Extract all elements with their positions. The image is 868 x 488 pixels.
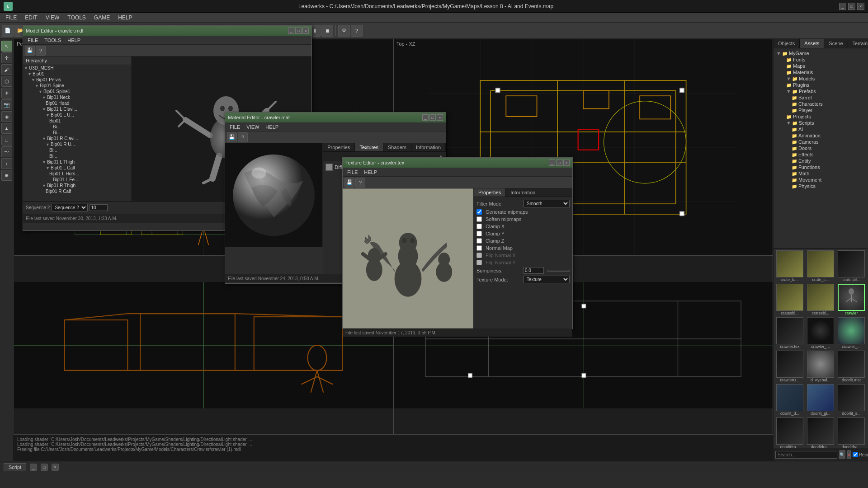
hier-lclavi[interactable]: ▼Bip01 L Clavi...	[41, 106, 131, 112]
mat-save-button[interactable]: 💾	[227, 132, 237, 142]
tool-entity[interactable]: ⬡	[1, 76, 12, 87]
tree-item-fonts[interactable]: 📁 Fonts	[781, 56, 866, 63]
hier-lthigh[interactable]: ▼Bip01 L Thigh	[41, 159, 131, 165]
tex-save-button[interactable]: 💾	[344, 178, 354, 188]
minimize-button[interactable]: _	[839, 3, 846, 10]
hier-lu[interactable]: ▼Bip01 L U...	[45, 112, 131, 118]
texture-editor-titlebar[interactable]: Texture Editor - crawler.tex _ □ ×	[343, 158, 572, 168]
asset-doorits[interactable]: doorlit_s...	[837, 384, 866, 416]
tree-item-scripts[interactable]: ▼ 📁 Scripts	[781, 120, 866, 126]
generate-mipmaps-checkbox[interactable]	[476, 209, 482, 215]
asset-crawler2[interactable]: crawler_...	[806, 317, 835, 349]
asset-crawlerd[interactable]: crawlerD...	[775, 351, 804, 382]
hier-lcalf[interactable]: ▼Bip01 L Calf	[45, 165, 131, 171]
model-menu-tools[interactable]: TOOLS	[42, 37, 64, 43]
help-toolbar-button[interactable]: ?	[351, 25, 363, 37]
clamp-x-checkbox[interactable]	[476, 224, 482, 229]
maximize-button[interactable]: □	[848, 3, 855, 10]
tree-item-materials[interactable]: 📁 Materials	[781, 69, 866, 75]
material-editor-titlebar[interactable]: Material Editor - crawler.mat _ □ ×	[225, 113, 446, 122]
tool-csg[interactable]: □	[1, 135, 12, 145]
menu-tools[interactable]: TOOLS	[64, 14, 89, 22]
asset-dooritd[interactable]: doorlit_d...	[775, 384, 804, 416]
tree-item-maps[interactable]: 📁 Maps	[781, 63, 866, 69]
stop-button[interactable]: ⏹	[321, 25, 333, 37]
asset-cratesbl1[interactable]: cratesbl...	[837, 250, 866, 282]
tool-decal[interactable]: ◈	[1, 111, 12, 122]
hier-rcalf[interactable]: Bip01 R Calf	[45, 188, 131, 194]
script-maximize[interactable]: □	[41, 464, 48, 471]
script-close[interactable]: ×	[52, 464, 59, 471]
asset-crawler[interactable]: crawler	[837, 284, 866, 315]
tree-item-prefabs[interactable]: ▼ 📁 Prefabs	[781, 88, 866, 94]
tex-menu-file[interactable]: FILE	[344, 169, 360, 175]
tex-minimize-button[interactable]: _	[549, 160, 555, 166]
tool-sound[interactable]: ♪	[1, 158, 12, 169]
asset-dooritmat[interactable]: doorlit.mat	[837, 351, 866, 382]
tex-close-button[interactable]: ×	[563, 160, 570, 166]
mat-tab-textures[interactable]: Textures	[355, 143, 383, 151]
hier-bi1[interactable]: Bi...	[52, 124, 131, 130]
hier-rclavi[interactable]: ▼Bip01 R Clavi...	[41, 136, 131, 141]
asset-dooritfra3[interactable]: doorlitfra...	[837, 418, 866, 448]
tree-item-plugins[interactable]: 📁 Plugins	[781, 82, 866, 88]
material-preview-viewport[interactable]	[225, 143, 323, 247]
clamp-z-checkbox[interactable]	[476, 238, 482, 244]
tex-tab-information[interactable]: Information	[506, 188, 540, 197]
hier-pelvis[interactable]: ▼ Bip01 Pelvis	[30, 77, 131, 83]
close-button[interactable]: ×	[857, 3, 864, 10]
hier-spine1[interactable]: ▼ Bip01 Spine1	[38, 89, 131, 94]
flip-normal-x-checkbox[interactable]	[476, 253, 482, 258]
tree-item-models[interactable]: ▼ 📁 Models	[781, 75, 866, 82]
hier-bi2[interactable]: Bi...	[52, 130, 131, 136]
model-minimize-button[interactable]: _	[288, 28, 294, 34]
tool-terrain[interactable]: ▲	[1, 123, 12, 134]
normal-map-checkbox[interactable]	[476, 245, 482, 251]
tree-item-effects[interactable]: 📁 Effects	[781, 151, 866, 158]
mat-tab-properties[interactable]: Properties	[323, 143, 355, 151]
menu-help[interactable]: HELP	[114, 14, 136, 22]
tex-maximize-button[interactable]: □	[556, 160, 562, 166]
script-tab[interactable]: Script	[4, 463, 26, 471]
model-close-button[interactable]: ×	[302, 28, 309, 34]
model-menu-help[interactable]: HELP	[65, 37, 83, 43]
tex-help-button[interactable]: ?	[355, 178, 365, 188]
hier-spine[interactable]: ▼ Bip01 Spine	[34, 83, 131, 89]
soften-mipmaps-checkbox[interactable]	[476, 216, 482, 222]
tool-camera[interactable]: 📷	[1, 99, 12, 110]
search-button[interactable]: 🔍	[839, 450, 845, 459]
mat-maximize-button[interactable]: □	[429, 114, 436, 121]
asset-crawlertex[interactable]: crawler.tex	[775, 317, 804, 349]
tool-paint[interactable]: 🖌	[1, 64, 12, 75]
tree-item-mygame[interactable]: ▼ 📁 MyGame	[775, 50, 866, 56]
tool-light[interactable]: ☀	[1, 88, 12, 99]
tree-item-player[interactable]: 📁 Player	[781, 107, 866, 113]
script-minimize[interactable]: _	[30, 464, 37, 471]
model-save-button[interactable]: 💾	[25, 46, 35, 56]
hier-bi4[interactable]: Bi...	[48, 153, 131, 159]
settings-button[interactable]: ⚙	[338, 25, 350, 37]
diffuse-swatch[interactable]	[326, 164, 333, 171]
tab-scene[interactable]: Scene	[824, 39, 848, 48]
asset-crawler3[interactable]: crawler_...	[837, 317, 866, 349]
tool-move[interactable]: ✛	[1, 52, 12, 63]
sequence-select[interactable]: Sequence 2	[52, 204, 88, 211]
mat-help-button[interactable]: ?	[238, 132, 248, 142]
hier-lfe[interactable]: Bip01 L Fe...	[52, 177, 131, 183]
model-editor-titlebar[interactable]: Model Editor - crawler.mdl _ □ ×	[23, 26, 311, 36]
hier-bi3[interactable]: Bi...	[48, 147, 131, 153]
tree-item-physics[interactable]: 📁 Physics	[781, 183, 866, 189]
texture-preview-viewport[interactable]	[343, 188, 474, 328]
tree-item-characters[interactable]: 📁 Characters	[781, 101, 866, 107]
tree-item-projects[interactable]: 📁 Projects	[781, 113, 866, 120]
tree-item-animation[interactable]: 📁 Animation	[781, 132, 866, 139]
hier-neck[interactable]: ▼Bip01 Neck	[41, 94, 131, 100]
tree-item-ai[interactable]: 📁 AI	[781, 126, 866, 132]
hier-rthigh[interactable]: ▼Bip01 R Thigh	[41, 183, 131, 188]
clear-search-button[interactable]: ×	[847, 450, 851, 459]
model-maximize-button[interactable]: □	[295, 28, 302, 34]
menu-view[interactable]: VIEW	[42, 14, 63, 22]
mat-menu-help[interactable]: HELP	[263, 124, 281, 130]
asset-crate-s[interactable]: crate_s...	[806, 250, 835, 282]
menu-game[interactable]: GAME	[90, 14, 113, 22]
